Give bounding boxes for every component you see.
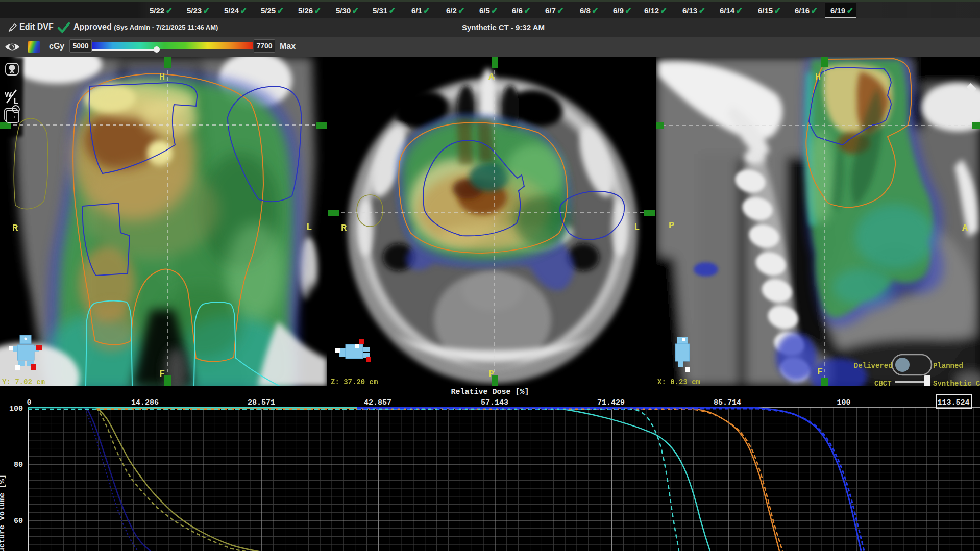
svg-text:L: L: [14, 96, 18, 105]
svg-text:Planned: Planned: [933, 362, 963, 370]
svg-text:CBCT: CBCT: [874, 380, 892, 386]
svg-text:42.857: 42.857: [364, 398, 391, 407]
svg-text:P: P: [488, 368, 494, 380]
svg-text:Y: 7.02 cm: Y: 7.02 cm: [2, 378, 45, 386]
svg-text:i: i: [14, 115, 15, 119]
svg-text:Delivered: Delivered: [854, 362, 893, 370]
svg-text:Z: 37.20 cm: Z: 37.20 cm: [331, 378, 378, 386]
svg-text:Synthetic CT: Synthetic CT: [933, 380, 980, 386]
svg-text:113.524: 113.524: [937, 398, 969, 407]
svg-text:H: H: [815, 71, 821, 83]
svg-text:100: 100: [837, 398, 850, 407]
svg-text:P: P: [669, 220, 674, 231]
svg-text:28.571: 28.571: [248, 398, 275, 407]
svg-text:F: F: [817, 366, 823, 378]
svg-text:85.714: 85.714: [714, 398, 741, 407]
svg-text:X: 0.23 cm: X: 0.23 cm: [657, 378, 700, 386]
svg-text:0: 0: [27, 398, 31, 407]
svg-text:Structure Volume [%]: Structure Volume [%]: [0, 474, 7, 551]
svg-text:14.286: 14.286: [131, 398, 159, 407]
svg-text:100: 100: [9, 405, 23, 413]
svg-text:A: A: [962, 222, 968, 234]
svg-text:57.143: 57.143: [481, 398, 508, 407]
svg-text:F: F: [159, 368, 165, 380]
svg-text:R: R: [341, 222, 347, 234]
svg-text:H: H: [159, 71, 165, 83]
svg-text:L: L: [634, 221, 640, 233]
svg-text:Relative Dose [%]: Relative Dose [%]: [451, 388, 529, 396]
svg-text:60: 60: [14, 517, 23, 525]
svg-text:L: L: [306, 221, 312, 233]
svg-text:R: R: [12, 222, 18, 234]
svg-text:71.429: 71.429: [597, 398, 625, 407]
svg-text:80: 80: [14, 461, 23, 469]
svg-text:A: A: [488, 71, 495, 83]
